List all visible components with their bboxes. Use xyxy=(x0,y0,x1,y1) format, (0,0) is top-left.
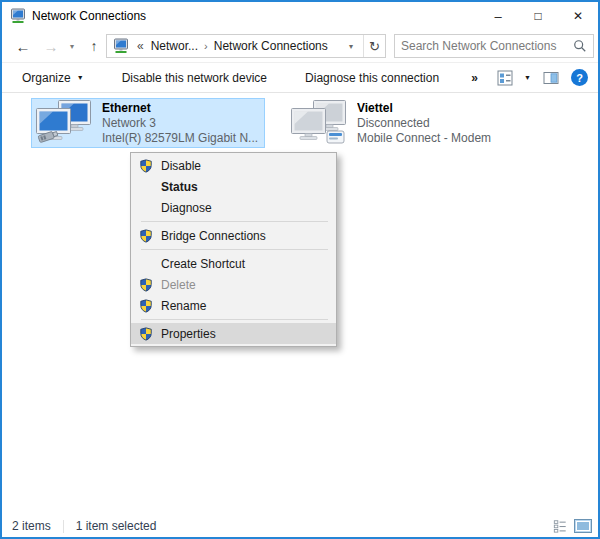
connection-device: Intel(R) 82579LM Gigabit N... xyxy=(102,131,258,146)
close-button[interactable]: ✕ xyxy=(558,2,598,30)
connection-name: Ethernet xyxy=(102,101,258,116)
network-connections-app-icon xyxy=(10,8,26,24)
organize-button[interactable]: Organize ▼ xyxy=(22,71,84,85)
menu-separator xyxy=(141,249,328,250)
view-caret-icon: ▼ xyxy=(524,74,531,81)
back-button[interactable]: ← xyxy=(10,30,36,62)
more-commands-button[interactable]: » xyxy=(471,71,478,85)
breadcrumb-separator-icon: › xyxy=(201,40,211,52)
refresh-button[interactable]: ↻ xyxy=(363,35,385,57)
status-bar: 2 items 1 item selected xyxy=(2,515,598,537)
status-divider xyxy=(63,520,64,533)
minimize-button[interactable]: – xyxy=(478,2,518,30)
selection-count: 1 item selected xyxy=(76,519,157,533)
uac-shield-icon xyxy=(139,229,161,243)
breadcrumb-current[interactable]: Network Connections xyxy=(211,39,331,53)
connection-item-ethernet[interactable]: Ethernet Network 3 Intel(R) 82579LM Giga… xyxy=(31,98,265,148)
context-menu: Disable Status Diagnose Bridge Connectio… xyxy=(130,152,337,347)
breadcrumb-overflow-chevron[interactable]: « xyxy=(137,39,144,53)
window-controls: – □ ✕ xyxy=(478,2,598,30)
uac-shield-icon xyxy=(139,327,161,341)
ethernet-connection-icon xyxy=(36,100,94,146)
view-tiles-icon xyxy=(497,70,513,86)
menu-separator xyxy=(141,319,328,320)
uac-shield-icon xyxy=(139,159,161,173)
breadcrumb[interactable]: « Networ... › Network Connections ▾ xyxy=(107,35,363,57)
menu-item-diagnose[interactable]: Diagnose xyxy=(131,197,336,218)
modem-connection-icon xyxy=(291,100,349,146)
details-view-button[interactable] xyxy=(553,519,567,533)
menu-item-bridge-connections[interactable]: Bridge Connections xyxy=(131,225,336,246)
diagnose-connection-button[interactable]: Diagnose this connection xyxy=(305,71,439,85)
uac-shield-icon xyxy=(139,278,161,292)
change-view-button[interactable]: ▼ xyxy=(497,70,531,86)
menu-item-delete: Delete xyxy=(131,274,336,295)
address-dropdown-icon[interactable]: ▾ xyxy=(343,42,359,51)
connection-name: Viettel xyxy=(357,101,491,116)
connection-status: Network 3 xyxy=(102,116,258,131)
organize-caret-icon: ▼ xyxy=(77,74,84,81)
navigation-bar: ← → ▾ ↑ « Networ... › Network Connection… xyxy=(2,30,598,62)
forward-button[interactable]: → xyxy=(38,30,64,62)
search-box[interactable] xyxy=(394,34,594,58)
menu-item-rename[interactable]: Rename xyxy=(131,295,336,316)
menu-item-disable[interactable]: Disable xyxy=(131,155,336,176)
menu-item-create-shortcut[interactable]: Create Shortcut xyxy=(131,253,336,274)
address-bar[interactable]: « Networ... › Network Connections ▾ ↻ xyxy=(106,34,386,58)
network-connections-window: Network Connections – □ ✕ ← → ▾ ↑ « Netw… xyxy=(0,0,600,539)
item-count: 2 items xyxy=(12,519,51,533)
connection-item-viettel[interactable]: Viettel Disconnected Mobile Connect - Mo… xyxy=(286,98,496,148)
menu-item-status[interactable]: Status xyxy=(131,176,336,197)
connection-device: Mobile Connect - Modem xyxy=(357,131,491,146)
menu-separator xyxy=(141,221,328,222)
uac-shield-icon xyxy=(139,299,161,313)
disable-device-button[interactable]: Disable this network device xyxy=(122,71,267,85)
toolbar-right-group: ▼ ? xyxy=(497,69,588,86)
help-button[interactable]: ? xyxy=(571,69,588,86)
breadcrumb-parent[interactable]: Networ... xyxy=(148,39,201,53)
connection-status: Disconnected xyxy=(357,116,491,131)
maximize-button[interactable]: □ xyxy=(518,2,558,30)
location-icon xyxy=(113,38,129,54)
search-input[interactable] xyxy=(401,39,569,53)
menu-item-properties[interactable]: Properties xyxy=(131,323,336,344)
large-icons-view-button[interactable] xyxy=(574,519,592,533)
search-icon[interactable] xyxy=(573,39,587,53)
preview-pane-button[interactable] xyxy=(543,70,559,86)
up-button[interactable]: ↑ xyxy=(82,30,106,62)
connections-list: Ethernet Network 3 Intel(R) 82579LM Giga… xyxy=(2,93,598,515)
window-title: Network Connections xyxy=(32,9,146,23)
recent-locations-dropdown[interactable]: ▾ xyxy=(64,30,80,62)
command-toolbar: Organize ▼ Disable this network device D… xyxy=(2,62,598,93)
title-bar: Network Connections – □ ✕ xyxy=(2,2,598,30)
